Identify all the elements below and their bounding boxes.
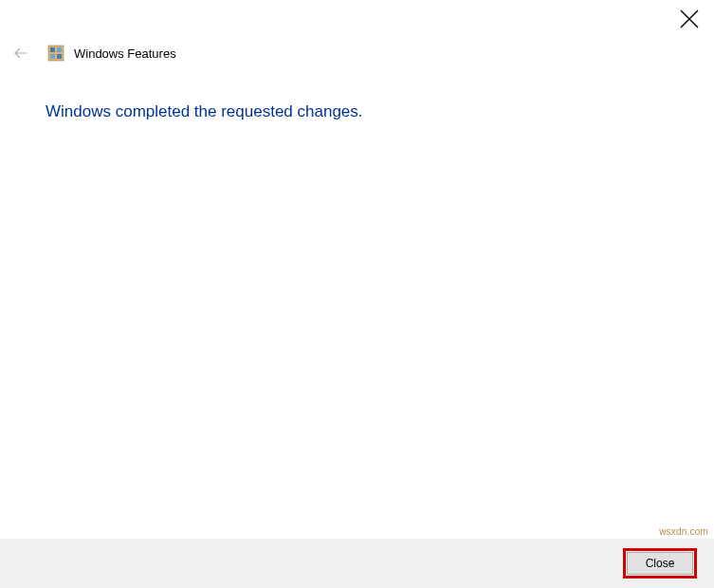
footer: Close bbox=[0, 539, 714, 588]
svg-rect-4 bbox=[50, 47, 55, 52]
status-message: Windows completed the requested changes. bbox=[46, 102, 363, 121]
close-button[interactable]: Close bbox=[627, 552, 693, 575]
svg-rect-6 bbox=[50, 54, 55, 59]
window-close-button[interactable] bbox=[678, 8, 701, 30]
svg-rect-5 bbox=[57, 47, 62, 52]
close-button-highlight: Close bbox=[623, 548, 697, 579]
back-arrow-icon bbox=[9, 42, 32, 64]
svg-rect-7 bbox=[57, 54, 62, 59]
header: Windows Features bbox=[9, 42, 176, 64]
window-title: Windows Features bbox=[74, 46, 176, 61]
windows-features-icon bbox=[47, 45, 64, 62]
watermark: wsxdn.com bbox=[659, 526, 708, 537]
